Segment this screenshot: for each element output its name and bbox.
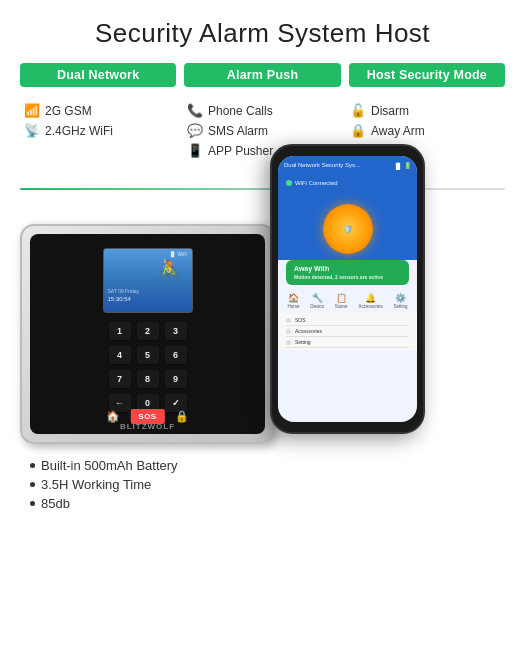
feature-away-arm: 🔒 Away Arm [350, 123, 501, 138]
away-arm-title: Away With [294, 265, 401, 272]
alarm-push-badge: Alarm Push [184, 63, 340, 87]
battery-label: Built-in 500mAh Battery [41, 458, 178, 473]
side-btn-3 [20, 312, 22, 332]
alarm-panel: ▐▌ WiFi 🚴 SAT 09 Friday 15:30:54 1 2 3 4… [20, 224, 275, 444]
phone-nav-home[interactable]: 🏠 Home [287, 293, 299, 309]
away-arm-banner: Away With Motion detected, 2 sensors are… [286, 260, 409, 285]
bullet-dot-2 [30, 482, 35, 487]
sms-icon: 💬 [187, 123, 203, 138]
side-buttons [20, 256, 22, 332]
phone-app-header: WiFi Connected [278, 174, 417, 198]
disarm-label: Disarm [371, 104, 409, 118]
feature-wifi: 📡 2.4GHz WiFi [24, 123, 175, 138]
list-set-label: Setting [295, 339, 311, 345]
key-5[interactable]: 5 [137, 346, 159, 364]
key-6[interactable]: 6 [165, 346, 187, 364]
app-icon: 📱 [187, 143, 203, 158]
dual-network-badge: Dual Network [20, 63, 176, 87]
wifi-label: 2.4GHz WiFi [45, 124, 113, 138]
nav-accessories-icon: 🔔 [365, 293, 376, 303]
gsm-label: 2G GSM [45, 104, 92, 118]
host-security-badge: Host Security Mode [349, 63, 505, 87]
feature-phone-calls: 📞 Phone Calls [187, 103, 338, 118]
lock-disarm-icon: 🔓 [350, 103, 366, 118]
phone-nav-accessories[interactable]: 🔔 Accessories [358, 293, 382, 309]
page-wrapper: Security Alarm System Host Dual Network … [0, 0, 525, 535]
key-7[interactable]: 7 [109, 370, 131, 388]
nav-device-label: Device [310, 304, 324, 309]
phone-calls-label: Phone Calls [208, 104, 273, 118]
phone-container: Dual Network Security Sys... ▐▌ 🔋 WiFi C… [270, 144, 450, 444]
feature-disarm: 🔓 Disarm [350, 103, 501, 118]
phone-nav-device[interactable]: 🔧 Device [310, 293, 324, 309]
phone-list-accessories: Accessories [286, 326, 409, 337]
page-title: Security Alarm System Host [20, 18, 505, 49]
bullet-dot-1 [30, 463, 35, 468]
keypad: 1 2 3 4 5 6 7 8 9 ← 0 ✓ [109, 322, 187, 412]
phone-nav-setting[interactable]: ⚙️ Setting [394, 293, 408, 309]
nav-device-icon: 🔧 [312, 293, 323, 303]
phone-app-name: Dual Network Security Sys... [284, 162, 360, 168]
lcd-screen: ▐▌ WiFi 🚴 SAT 09 Friday 15:30:54 [103, 248, 193, 313]
phone-list-setting: Setting [286, 337, 409, 348]
gsm-icon: 📶 [24, 103, 40, 118]
list-acc-label: Accessories [295, 328, 322, 334]
bullet-working-time: 3.5H Working Time [30, 477, 505, 492]
nav-accessories-label: Accessories [358, 304, 382, 309]
key-3[interactable]: 3 [165, 322, 187, 340]
dual-network-col: 📶 2G GSM 📡 2.4GHz WiFi [20, 103, 179, 178]
phone-body: Dual Network Security Sys... ▐▌ 🔋 WiFi C… [270, 144, 425, 434]
lock-away-icon: 🔒 [350, 123, 366, 138]
product-section: ▐▌ WiFi 🚴 SAT 09 Friday 15:30:54 1 2 3 4… [20, 204, 505, 444]
circle-label: 🛡️ [343, 225, 353, 234]
phone-status-circle: 🛡️ [323, 204, 373, 254]
bullet-db: 85db [30, 496, 505, 511]
brand-label: BLITZWOLF [120, 422, 175, 431]
device-container: ▐▌ WiFi 🚴 SAT 09 Friday 15:30:54 1 2 3 4… [20, 224, 290, 444]
feature-gsm: 📶 2G GSM [24, 103, 175, 118]
home-ctrl-icon: 🏠 [106, 410, 120, 423]
key-8[interactable]: 8 [137, 370, 159, 388]
phone-list-sos: SOS [286, 315, 409, 326]
bullet-battery: Built-in 500mAh Battery [30, 458, 505, 473]
wifi-icon: 📡 [24, 123, 40, 138]
away-arm-label: Away Arm [371, 124, 425, 138]
list-dot-set [286, 340, 291, 345]
side-btn-2 [20, 284, 22, 304]
key-9[interactable]: 9 [165, 370, 187, 388]
lcd-bicycle-icon: 🚴 [158, 257, 180, 279]
bullet-dot-3 [30, 501, 35, 506]
phone-wifi-badge: WiFi Connected [286, 180, 409, 186]
nav-scene-label: Scene [335, 304, 348, 309]
key-4[interactable]: 4 [109, 346, 131, 364]
lcd-content: ▐▌ WiFi 🚴 SAT 09 Friday 15:30:54 [104, 249, 192, 312]
side-btn-1 [20, 256, 22, 276]
phone-circle-area: 🛡️ [278, 198, 417, 260]
feature-sms: 💬 SMS Alarm [187, 123, 338, 138]
working-time-label: 3.5H Working Time [41, 477, 151, 492]
nav-scene-icon: 📋 [336, 293, 347, 303]
list-dot-sos [286, 318, 291, 323]
phone-nav-icons: 🏠 Home 🔧 Device 📋 Scene 🔔 [278, 289, 417, 313]
phone-signal: ▐▌ 🔋 [394, 162, 411, 169]
phone-status-bar: Dual Network Security Sys... ▐▌ 🔋 [278, 156, 417, 174]
panel-screen-area: ▐▌ WiFi 🚴 SAT 09 Friday 15:30:54 1 2 3 4… [30, 234, 265, 434]
sms-label: SMS Alarm [208, 124, 268, 138]
bullets-section: Built-in 500mAh Battery 3.5H Working Tim… [20, 458, 505, 511]
nav-setting-label: Setting [394, 304, 408, 309]
key-2[interactable]: 2 [137, 322, 159, 340]
phone-icon: 📞 [187, 103, 203, 118]
wifi-status: WiFi Connected [295, 180, 338, 186]
db-label: 85db [41, 496, 70, 511]
phone-nav-scene[interactable]: 📋 Scene [335, 293, 348, 309]
list-dot-acc [286, 329, 291, 334]
away-arm-subtitle: Motion detected, 2 sensors are active [294, 274, 401, 280]
wifi-dot [286, 180, 292, 186]
lock-ctrl-icon: 🔒 [175, 410, 189, 423]
key-1[interactable]: 1 [109, 322, 131, 340]
nav-home-icon: 🏠 [288, 293, 299, 303]
nav-home-label: Home [287, 304, 299, 309]
phone-bottom-list: SOS Accessories Setting [278, 313, 417, 350]
list-sos-label: SOS [295, 317, 306, 323]
lcd-time: 15:30:54 [108, 296, 131, 302]
